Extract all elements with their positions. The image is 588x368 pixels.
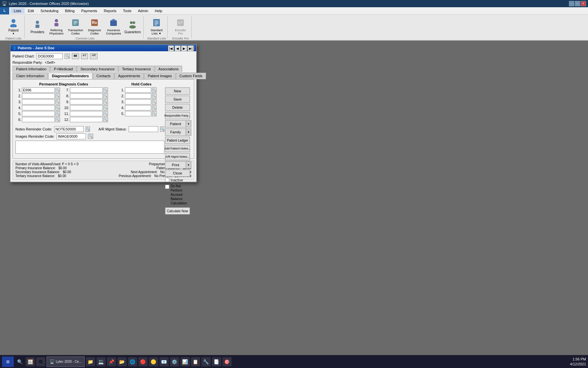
start-button[interactable]: ⊞ xyxy=(2,356,14,367)
toolbar-referring-physicians-button[interactable]: ReferringPhysicians xyxy=(47,16,66,37)
diag-input-6[interactable] xyxy=(22,117,55,122)
tab-custom-fields[interactable]: Custom Fields xyxy=(176,73,206,79)
diag-search-10[interactable]: 🔍 xyxy=(103,105,108,110)
diag-input-3[interactable] xyxy=(22,99,55,104)
diag-search-8[interactable]: 🔍 xyxy=(103,93,108,99)
minimize-button[interactable]: – xyxy=(569,1,574,6)
photo-button[interactable]: 📷 xyxy=(72,53,79,59)
tab-contacts[interactable]: Contacts xyxy=(93,73,114,79)
print-dropdown-arrow[interactable]: ▼ xyxy=(186,161,191,169)
hold-input-4[interactable] xyxy=(125,105,151,110)
taskbar-icon-9[interactable]: ⚙️ xyxy=(170,357,179,366)
taskbar-icon-10[interactable]: 📊 xyxy=(180,357,190,366)
taskbar-icon-8[interactable]: 📧 xyxy=(159,357,169,366)
diag-input-12[interactable] xyxy=(70,117,103,122)
toolbar-providers-button[interactable]: Providers xyxy=(28,16,47,37)
diag-search-9[interactable]: 🔍 xyxy=(103,99,108,104)
diag-search-4[interactable]: 🔍 xyxy=(55,105,60,110)
images-reminder-search-button[interactable]: 🔍 xyxy=(88,134,93,139)
toolbar-transaction-codes-button[interactable]: TransactionCodes xyxy=(66,16,85,37)
tab-patient-information[interactable]: Patient Information xyxy=(12,66,50,72)
taskbar-icon-12[interactable]: 🔧 xyxy=(201,357,211,366)
tab-claim-information[interactable]: Claim Information xyxy=(12,73,48,79)
diag-search-2[interactable]: 🔍 xyxy=(55,93,60,99)
toolbar-patient-button[interactable]: Patient ▼ xyxy=(4,16,23,37)
hold-search-3[interactable]: 🔍 xyxy=(152,99,157,104)
new-button[interactable]: New xyxy=(165,87,190,95)
ar-mgmt-input[interactable] xyxy=(129,126,158,132)
next-record-button[interactable]: ▶ xyxy=(181,45,187,51)
taskbar-icon-13[interactable]: 📑 xyxy=(212,357,221,366)
notes-reminder-input[interactable] xyxy=(54,126,84,132)
tab-diagnosis-reminders[interactable]: Diagnosis/Reminders xyxy=(48,73,92,79)
taskbar-icon-3[interactable]: 📌 xyxy=(107,357,116,366)
diag-input-11[interactable] xyxy=(70,111,103,116)
diag-search-3[interactable]: 🔍 xyxy=(55,99,60,104)
menu-payments[interactable]: Payments xyxy=(78,8,100,13)
patient-chart-input[interactable] xyxy=(36,53,63,59)
taskbar-icon-6[interactable]: 🔴 xyxy=(138,357,148,366)
patient-dropdown-arrow[interactable]: ▼ xyxy=(186,120,191,127)
diag-input-1[interactable] xyxy=(22,87,55,93)
menu-lists[interactable]: Lists xyxy=(10,8,25,13)
tab-p-medicaid[interactable]: P+Medicaid xyxy=(50,66,76,72)
notes-reminder-search-button[interactable]: 🔍 xyxy=(86,126,90,132)
hold-search-4[interactable]: 🔍 xyxy=(152,105,157,110)
ar-button[interactable]: AR xyxy=(90,53,97,59)
hold-input-1[interactable] xyxy=(125,87,151,93)
tab-associations[interactable]: Associations xyxy=(155,66,182,72)
menu-tools[interactable]: Tools xyxy=(120,8,135,13)
diag-input-2[interactable] xyxy=(22,93,55,99)
menu-scheduling[interactable]: Scheduling xyxy=(37,8,62,13)
hold-search-2[interactable]: 🔍 xyxy=(152,93,157,99)
diag-input-9[interactable] xyxy=(70,99,103,104)
taskbar-icon-2[interactable]: 💻 xyxy=(96,357,106,366)
patient-ledger-button[interactable]: Patient Ledger xyxy=(165,137,190,144)
tab-patient-images[interactable]: Patient Images xyxy=(144,73,175,79)
print-dropdown-button[interactable]: Print xyxy=(165,161,186,169)
taskbar-icon-11[interactable]: 📋 xyxy=(191,357,200,366)
diag-input-10[interactable] xyxy=(70,105,103,110)
hold-input-3[interactable] xyxy=(125,99,151,104)
responsible-party-button[interactable]: Responsible Party... xyxy=(165,112,190,119)
hold-search-5[interactable]: 🔍 xyxy=(152,111,157,116)
taskbar-app-lytec[interactable]: 🖥️ Lytec 2020 - Ce... xyxy=(47,356,85,367)
toolbar-encoder-pro-button[interactable]: EP EncoderPro xyxy=(171,16,190,37)
diag-input-7[interactable] xyxy=(70,87,103,93)
images-reminder-input[interactable] xyxy=(56,133,86,139)
toolbar-guarantors-button[interactable]: Guarantors xyxy=(123,16,142,37)
menu-billing[interactable]: Billing xyxy=(62,8,78,13)
delete-button[interactable]: Delete xyxy=(165,104,190,111)
taskbar-icon-1[interactable]: 📁 xyxy=(86,357,95,366)
menu-reports[interactable]: Reports xyxy=(100,8,120,13)
family-dropdown-arrow[interactable]: ▼ xyxy=(186,128,191,136)
diag-search-11[interactable]: 🔍 xyxy=(103,111,108,116)
hold-input-5[interactable] xyxy=(125,111,151,116)
tab-secondary-insurance[interactable]: Secondary Insurance xyxy=(77,66,118,72)
taskbar-taskview-icon[interactable]: ⧉ xyxy=(36,357,45,366)
diag-search-6[interactable]: 🔍 xyxy=(55,117,60,122)
do-not-perform-checkbox[interactable] xyxy=(165,185,169,189)
diag-search-7[interactable]: 🔍 xyxy=(103,87,108,93)
last-record-button[interactable]: ▶| xyxy=(188,45,194,51)
diag-input-4[interactable] xyxy=(22,105,55,110)
maximize-button[interactable]: □ xyxy=(575,1,580,6)
family-dropdown-button[interactable]: Family xyxy=(165,128,186,136)
taskbar-search-button[interactable]: 🔍 xyxy=(15,357,24,366)
ar-mgmt-notes-button[interactable]: A/R Mgmt Notes... xyxy=(165,153,190,160)
taskbar-icon-4[interactable]: 📂 xyxy=(117,357,127,366)
close-button[interactable]: Close xyxy=(165,170,190,177)
save-button[interactable]: Save xyxy=(165,96,190,103)
diag-input-8[interactable] xyxy=(70,93,103,99)
taskbar-cortana-icon[interactable]: 🪟 xyxy=(26,357,35,366)
diag-search-12[interactable]: 🔍 xyxy=(103,117,108,122)
patient-dropdown-button[interactable]: Patient xyxy=(165,120,186,127)
taskbar-clock[interactable]: 1:56 PM 4/12/2021 xyxy=(570,357,586,366)
menu-edit[interactable]: Edit xyxy=(25,8,37,13)
diag-search-1[interactable]: 🔍 xyxy=(55,87,60,93)
first-record-button[interactable]: |◀ xyxy=(168,45,174,51)
menu-admin[interactable]: Admin xyxy=(135,8,152,13)
taskbar-icon-14[interactable]: 🎯 xyxy=(222,357,232,366)
taskbar-icon-5[interactable]: 🌐 xyxy=(128,357,137,366)
memo-textarea[interactable] xyxy=(15,141,164,154)
